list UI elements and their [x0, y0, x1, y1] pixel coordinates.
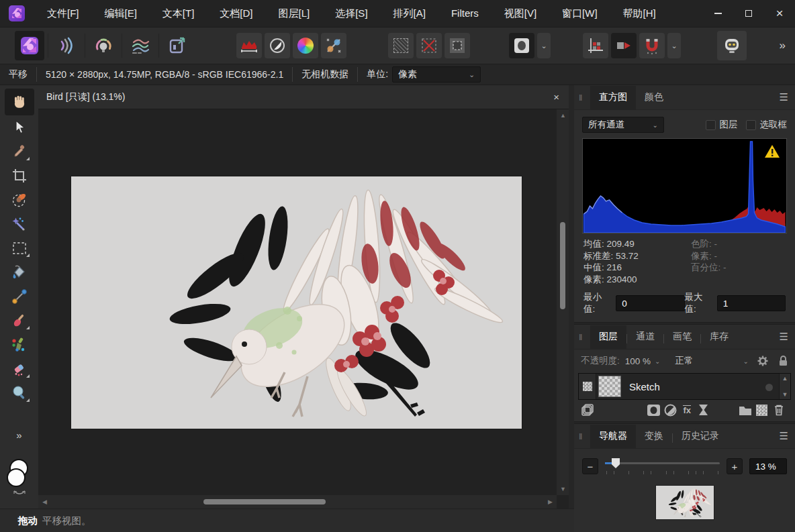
view-tool-button[interactable] — [5, 89, 34, 115]
edit-all-layers-button[interactable] — [581, 403, 595, 417]
new-layer-button[interactable] — [755, 403, 769, 417]
unit-select[interactable]: 像素 ⌄ — [392, 66, 481, 83]
panel-menu-icon[interactable]: ☰ — [780, 430, 788, 442]
menu-help[interactable]: 帮助[H] — [610, 0, 669, 27]
document-viewport[interactable] — [38, 109, 557, 495]
menu-window[interactable]: 窗口[W] — [549, 0, 610, 27]
menu-filters[interactable]: Filters — [438, 0, 492, 27]
mask-layer-button[interactable] — [647, 403, 661, 417]
vertical-scrollbar[interactable]: ▲ ▼ — [557, 109, 569, 495]
scroll-down-icon[interactable]: ▼ — [560, 486, 566, 492]
menu-document[interactable]: 文档[D] — [207, 0, 265, 27]
horizontal-scroll-thumb[interactable] — [203, 499, 326, 504]
document-page[interactable] — [71, 176, 522, 429]
adjustment-layer-button[interactable] — [663, 403, 677, 417]
foreground-color-swatch[interactable] — [7, 468, 26, 487]
group-layers-button[interactable] — [739, 403, 753, 417]
tab-history[interactable]: 历史记录 — [673, 425, 728, 448]
layer-list-scrollbar[interactable]: ▲ ▼ — [779, 374, 790, 399]
auto-contrast-button[interactable] — [265, 33, 290, 58]
toolbar-overflow-chevron[interactable]: » — [780, 39, 786, 52]
tab-layers[interactable]: 图层 — [590, 325, 626, 349]
tab-navigator[interactable]: 导航器 — [590, 425, 636, 448]
clipping-warning-icon[interactable] — [763, 144, 781, 160]
min-value-field[interactable]: 0 — [616, 295, 684, 311]
invert-selection-button[interactable] — [445, 33, 470, 58]
selection-brush-tool-button[interactable] — [6, 188, 33, 212]
menu-text[interactable]: 文本[T] — [150, 0, 207, 27]
menu-edit[interactable]: 编辑[E] — [92, 0, 150, 27]
gear-icon[interactable] — [757, 355, 769, 367]
tab-brushes[interactable]: 画笔 — [664, 325, 700, 349]
panel-drag-handle[interactable]: ‖ — [579, 93, 583, 103]
gradient-tool-button[interactable] — [6, 284, 33, 309]
move-tool-button[interactable] — [6, 115, 33, 140]
more-tools-chevron[interactable]: » — [6, 423, 33, 447]
chevron-down-icon[interactable]: ⌄ — [655, 358, 660, 365]
color-picker-tool-button[interactable] — [6, 140, 33, 164]
tab-transform[interactable]: 变换 — [636, 425, 672, 448]
select-all-button[interactable] — [388, 33, 414, 58]
zoom-slider[interactable] — [605, 456, 720, 476]
liquify-persona-button[interactable] — [52, 31, 81, 60]
document-close-icon[interactable]: × — [553, 91, 559, 103]
swap-colors-icon[interactable] — [12, 490, 27, 496]
snapping-options-chevron[interactable]: ⌄ — [667, 33, 681, 58]
slider-thumb[interactable] — [612, 458, 620, 468]
lock-icon[interactable] — [778, 355, 788, 367]
assistant-button[interactable] — [717, 31, 747, 60]
slider-track[interactable] — [605, 462, 720, 464]
channel-select[interactable]: 所有通道 ⌄ — [582, 117, 664, 133]
scroll-up-icon[interactable]: ▲ — [782, 375, 788, 382]
color-replacement-brush-tool-button[interactable] — [6, 333, 33, 357]
transform-origin-button[interactable] — [611, 33, 637, 58]
live-filter-button[interactable]: fx — [680, 403, 694, 417]
alignment-guides-button[interactable] — [583, 33, 608, 58]
blur-tool-button[interactable] — [6, 381, 33, 405]
develop-persona-button[interactable] — [89, 31, 118, 60]
opacity-value[interactable]: 100 % — [625, 356, 651, 366]
layer-checkbox[interactable]: 图层 — [706, 119, 738, 131]
flood-select-tool-button[interactable] — [6, 212, 33, 236]
max-value-field[interactable]: 1 — [717, 295, 786, 311]
scroll-up-icon[interactable]: ▲ — [560, 112, 566, 119]
delete-layer-button[interactable] — [771, 403, 786, 417]
scroll-down-icon[interactable]: ▼ — [782, 391, 788, 398]
tab-color[interactable]: 颜色 — [636, 86, 672, 109]
checkbox-icon[interactable] — [746, 120, 756, 130]
tab-stock[interactable]: 库存 — [701, 325, 737, 349]
auto-white-balance-button[interactable] — [321, 33, 346, 58]
layer-name[interactable]: Sketch — [629, 381, 660, 392]
blend-mode-value[interactable]: 正常 — [675, 355, 693, 367]
menu-select[interactable]: 选择[S] — [322, 0, 380, 27]
menu-file[interactable]: 文件[F] — [34, 0, 92, 27]
scroll-left-icon[interactable]: ◀ — [42, 498, 47, 505]
procedural-texture-button[interactable] — [697, 403, 711, 417]
histogram-chart[interactable] — [582, 138, 787, 233]
chevron-down-icon[interactable]: ⌄ — [743, 358, 749, 365]
flood-fill-tool-button[interactable] — [6, 260, 33, 284]
mask-layer-button[interactable] — [509, 33, 534, 58]
paint-brush-tool-button[interactable] — [6, 309, 33, 333]
zoom-out-button[interactable]: − — [582, 458, 598, 474]
layer-visibility-toggle[interactable] — [765, 384, 773, 391]
menu-layer[interactable]: 图层[L] — [266, 0, 323, 27]
marquee-tool-button[interactable] — [6, 236, 33, 260]
navigator-thumbnail[interactable] — [656, 486, 714, 519]
panel-drag-handle[interactable]: ‖ — [579, 431, 583, 441]
deselect-button[interactable] — [416, 33, 442, 58]
auto-colors-button[interactable] — [293, 33, 318, 58]
vertical-scroll-thumb[interactable] — [560, 222, 565, 309]
horizontal-scrollbar[interactable]: ◀ ▶ — [38, 495, 557, 509]
snapping-button[interactable] — [639, 33, 665, 58]
menu-view[interactable]: 视图[V] — [492, 0, 549, 27]
maximize-button[interactable] — [733, 0, 764, 27]
tab-channels[interactable]: 通道 — [627, 325, 663, 349]
panel-menu-icon[interactable]: ☰ — [780, 91, 788, 103]
tab-histogram[interactable]: 直方图 — [590, 86, 636, 109]
color-swatches[interactable] — [6, 459, 33, 491]
zoom-value-field[interactable]: 13 % — [749, 458, 787, 474]
crop-tool-button[interactable] — [6, 164, 33, 188]
minimize-button[interactable] — [702, 0, 733, 27]
marquee-checkbox[interactable]: 选取框 — [746, 119, 788, 131]
